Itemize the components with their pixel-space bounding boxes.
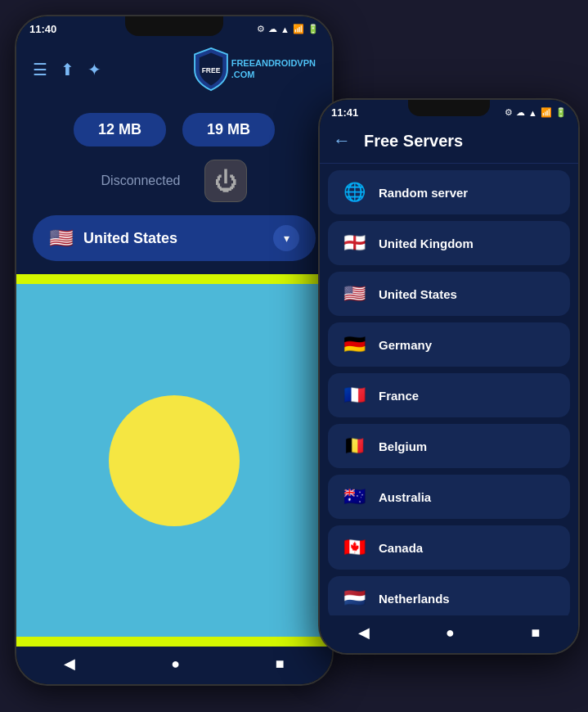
shield-icon: FREE	[191, 47, 231, 92]
screen-title: Free Servers	[364, 132, 463, 151]
server-selector[interactable]: 🇺🇸 United States ▾	[33, 215, 316, 261]
server-item-name: Netherlands	[379, 592, 450, 606]
ad-banner-bottom	[16, 637, 332, 647]
phone1-signal-icon: 📶	[293, 24, 304, 34]
phone1-device: 11:40 ⚙ ☁ ▲ 📶 🔋 ☰ ⬆ ✦ FREE	[15, 15, 334, 686]
phone2-battery-icon: 🔋	[555, 107, 567, 118]
chevron-down-icon: ▾	[273, 225, 299, 251]
phone1-screen: 11:40 ⚙ ☁ ▲ 📶 🔋 ☰ ⬆ ✦ FREE	[16, 16, 332, 684]
phone1-time: 11:40	[29, 23, 56, 35]
phone2-home-nav[interactable]: ●	[446, 624, 455, 642]
phone1-header-icons: ☰ ⬆ ✦	[33, 60, 101, 79]
app-logo: FREE FREEANDROIDVPN .COM	[191, 47, 316, 92]
disconnect-row: Disconnected ⏻	[16, 153, 332, 215]
phone2-status-icons: ⚙ ☁ ▲ 📶 🔋	[505, 107, 567, 118]
phone2-recent-nav[interactable]: ■	[531, 624, 540, 642]
phone1-notch	[125, 16, 223, 36]
server-list-item[interactable]: 🇺🇸United States	[328, 272, 570, 316]
server-item-name: United Kingdom	[379, 237, 474, 250]
server-list-item[interactable]: 🇳🇱Netherlands	[328, 576, 570, 615]
phone2-app-header: ← Free Servers	[320, 122, 578, 164]
phone2-screen: 11:41 ⚙ ☁ ▲ 📶 🔋 ← Free Servers 🌐Random s…	[320, 100, 578, 653]
phone2-wifi-icon: ▲	[528, 108, 537, 118]
back-nav-btn[interactable]: ◀	[64, 655, 75, 673]
phone2-settings-icon: ⚙	[505, 107, 513, 118]
back-button[interactable]: ←	[333, 130, 351, 151]
server-item-name: France	[379, 389, 419, 403]
phone2-notch	[408, 100, 490, 116]
palau-circle	[109, 395, 240, 526]
server-item-name: Germany	[379, 338, 432, 352]
server-item-name: Australia	[379, 490, 431, 504]
server-item-name: Canada	[379, 541, 423, 555]
phone2-nav-bar: ◀ ● ■	[320, 615, 578, 653]
flag-icon: 🇳🇱	[341, 588, 367, 609]
server-list: 🌐Random server🏴󠁧󠁢󠁥󠁮󠁧󠁿United Kingdom🇺🇸Uni…	[320, 164, 578, 615]
server-list-item[interactable]: 🌐Random server	[328, 170, 570, 214]
selected-server-flag: 🇺🇸	[49, 227, 74, 250]
phone1-app-header: ☰ ⬆ ✦ FREE FREEANDROIDVPN .COM	[16, 38, 332, 100]
share-icon[interactable]: ⬆	[61, 60, 74, 79]
phone2-back-nav[interactable]: ◀	[358, 624, 370, 642]
flag-icon: 🇧🇪	[341, 435, 367, 457]
phone2-signal-icon: 📶	[541, 107, 552, 118]
menu-icon[interactable]: ☰	[33, 60, 47, 79]
flag-icon: 🇺🇸	[341, 283, 367, 304]
phone1-cloud-icon: ☁	[268, 24, 277, 34]
flag-icon: 🇫🇷	[341, 385, 367, 406]
server-item-name: Random server	[379, 186, 468, 200]
logo-text: FREEANDROIDVPN .COM	[231, 58, 316, 79]
globe-icon: 🌐	[341, 182, 367, 203]
server-list-item[interactable]: 🏴󠁧󠁢󠁥󠁮󠁧󠁿United Kingdom	[328, 221, 570, 265]
server-item-name: United States	[379, 287, 457, 301]
phone2-time: 11:41	[331, 106, 358, 119]
power-button[interactable]: ⏻	[204, 160, 247, 202]
phone2-cloud-icon: ☁	[516, 107, 525, 118]
power-icon: ⏻	[214, 168, 237, 195]
recent-nav-btn[interactable]: ■	[276, 656, 285, 673]
server-list-item[interactable]: 🇧🇪Belgium	[328, 424, 570, 468]
phone1-status-icons: ⚙ ☁ ▲ 📶 🔋	[257, 24, 319, 34]
server-list-item[interactable]: 🇫🇷France	[328, 373, 570, 417]
phone1-battery-icon: 🔋	[307, 24, 319, 34]
download-stat: 12 MB	[74, 113, 166, 146]
phone1-settings-icon: ⚙	[257, 24, 265, 34]
server-item-name: Belgium	[379, 439, 427, 453]
home-nav-btn[interactable]: ●	[171, 656, 180, 673]
server-list-item[interactable]: 🇦🇺Australia	[328, 475, 570, 519]
ad-banner-top	[16, 274, 332, 284]
phone2-device: 11:41 ⚙ ☁ ▲ 📶 🔋 ← Free Servers 🌐Random s…	[318, 98, 580, 655]
palau-flag	[16, 284, 332, 637]
stats-row: 12 MB 19 MB	[16, 100, 332, 153]
flag-icon: 🇦🇺	[341, 486, 367, 507]
flag-icon: 🇨🇦	[341, 537, 367, 558]
connection-status: Disconnected	[101, 173, 181, 188]
flag-display	[16, 284, 332, 637]
star-icon[interactable]: ✦	[88, 60, 101, 79]
phone1-wifi-icon: ▲	[281, 25, 290, 34]
selected-server-name: United States	[83, 230, 263, 247]
flag-icon: 🏴󠁧󠁢󠁥󠁮󠁧󠁿	[341, 232, 367, 254]
upload-stat: 19 MB	[182, 113, 275, 146]
flag-icon: 🇩🇪	[341, 334, 367, 355]
server-list-item[interactable]: 🇩🇪Germany	[328, 322, 570, 367]
svg-text:FREE: FREE	[201, 66, 220, 74]
phone1-nav-bar: ◀ ● ■	[16, 647, 332, 684]
server-list-item[interactable]: 🇨🇦Canada	[328, 525, 570, 570]
